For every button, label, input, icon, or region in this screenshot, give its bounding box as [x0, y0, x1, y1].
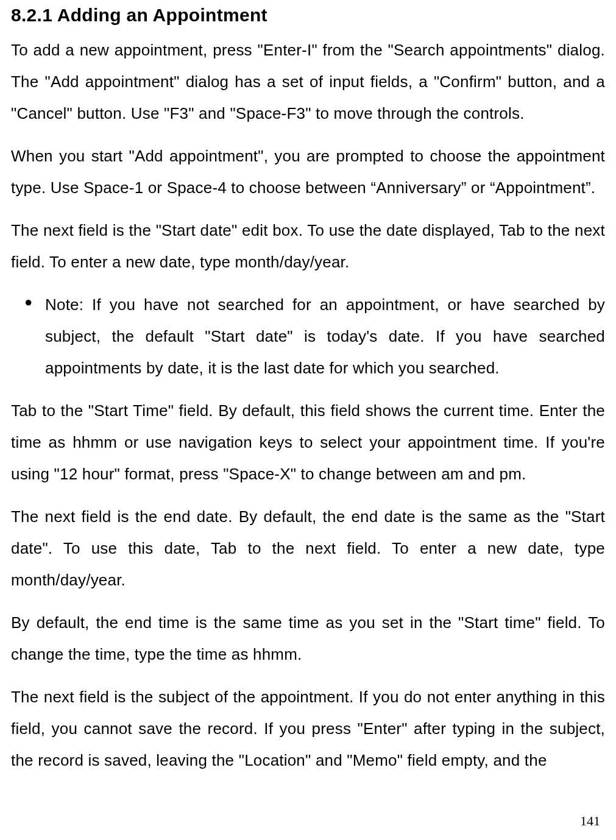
paragraph-end-time: By default, the end time is the same tim… — [11, 607, 605, 670]
paragraph-end-date: The next field is the end date. By defau… — [11, 501, 605, 596]
paragraph-start-date: The next field is the "Start date" edit … — [11, 214, 605, 278]
paragraph-intro: To add a new appointment, press "Enter-I… — [11, 34, 605, 129]
paragraph-start-time: Tab to the "Start Time" field. By defaul… — [11, 395, 605, 490]
page-number: 141 — [580, 813, 600, 829]
section-heading: 8.2.1 Adding an Appointment — [11, 5, 605, 26]
paragraph-type-prompt: When you start "Add appointment", you ar… — [11, 140, 605, 203]
note-item: Note: If you have not searched for an ap… — [45, 289, 605, 384]
paragraph-subject: The next field is the subject of the app… — [11, 681, 605, 776]
note-list: Note: If you have not searched for an ap… — [11, 289, 605, 384]
